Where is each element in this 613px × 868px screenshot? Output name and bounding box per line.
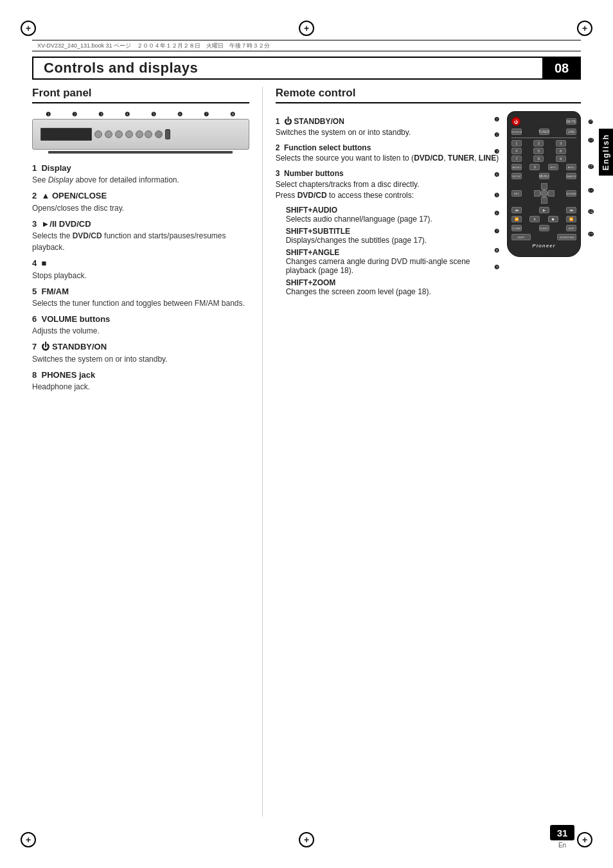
rc-item-1: 1 ⏻ STANDBY/ON Switches the system on or… <box>276 116 501 138</box>
num-angle[interactable]: ANGL <box>566 164 576 170</box>
remote-row-bottom1: CLEAR SLEEP DISP <box>511 225 576 231</box>
header-strip: XV-DV232_240_131.book 31 ページ ２００４年１２月２８日… <box>32 40 581 51</box>
reg-mark-bm <box>299 832 314 847</box>
dpad-up[interactable] <box>541 183 547 190</box>
fwd-btn[interactable]: ⏩ <box>566 216 576 222</box>
panel-fmam-btn <box>125 130 133 138</box>
remote-row-2: DVD/CD TUNER LINE <box>511 128 576 135</box>
front-panel-section: Front panel ❶ ❷ ❸ ❹ ❺ ❻ ❼ ❽ <box>32 87 263 817</box>
remote-left-callouts: ❶ ❷ ❸ ❹ ❺ ❻ ❼ <box>494 116 499 270</box>
callout-14: ⓮ <box>588 206 594 216</box>
num-subtitle[interactable]: SBTL <box>548 164 558 170</box>
dpad-enter[interactable] <box>540 190 548 197</box>
pioneer-logo: Pioneer <box>511 243 576 249</box>
sound-btn[interactable]: SOUND <box>566 190 576 197</box>
shift-btn[interactable]: SHIFT <box>511 234 531 240</box>
reg-mark-tr <box>577 21 592 36</box>
panel-num-7: ❼ <box>204 111 209 118</box>
front-panel-diagram: ❶ ❷ ❸ ❹ ❺ ❻ ❼ ❽ <box>32 111 249 154</box>
num-7[interactable]: 7 <box>511 155 522 162</box>
num-3[interactable]: 3 <box>556 140 566 146</box>
num-5[interactable]: 5 <box>533 148 544 154</box>
rc-sub-item-shift-angle: SHIFT+ANGLE Changes camera angle during … <box>286 248 501 275</box>
return-btn[interactable]: RET <box>511 190 522 197</box>
remote-row-menu: SETUP MENU BANDS <box>511 173 576 179</box>
page-number: 31 <box>550 825 574 840</box>
callout-9: ❾ <box>494 264 499 270</box>
display-btn[interactable]: DISP <box>566 225 576 231</box>
header-text: XV-DV232_240_131.book 31 ページ ２００４年１２月２８日… <box>37 42 270 50</box>
panel-num-4: ❹ <box>125 111 130 118</box>
panel-standby-btn <box>155 130 163 138</box>
fp-item-6: 6 VOLUME buttons Adjusts the volume. <box>32 314 249 337</box>
num-1[interactable]: 1 <box>511 140 522 146</box>
clear-btn[interactable]: CLEAR <box>511 225 522 231</box>
vol-down-btn <box>136 130 143 138</box>
callout-6: ❻ <box>494 210 499 217</box>
page-footer: 31 En <box>550 825 574 849</box>
mute-btn[interactable]: MUTE <box>566 118 576 125</box>
reg-mark-tl <box>21 21 36 36</box>
num-6[interactable]: 6 <box>556 148 566 154</box>
chapter-title-box: Controls and displays <box>32 57 542 80</box>
num-9[interactable]: 9 <box>556 155 566 162</box>
transport-row-2: ⏪ ⏸ ⏹ ⏩ <box>511 216 576 222</box>
standby-btn[interactable]: ⏻ <box>511 117 520 126</box>
menu-btn[interactable]: MENU <box>539 173 549 179</box>
fp-item-4: 4 ■ Stops playback. <box>32 258 249 281</box>
callout-15: ⓯ <box>588 229 594 238</box>
dpad-right[interactable] <box>548 190 555 197</box>
next-btn[interactable]: ⏭ <box>566 207 576 213</box>
callout-11: ⓫ <box>588 135 594 145</box>
fp-item-2: 2 ▲ OPEN/CLOSE Opens/closes the disc tra… <box>32 190 249 213</box>
panel-play-btn <box>105 130 112 138</box>
remote-row-bottom2: SHIFT SURROUND <box>511 234 576 240</box>
panel-body <box>32 119 249 150</box>
callout-12: ⓬ <box>588 161 594 171</box>
remote-body: ⏻ MUTE DVD/CD TUNER LINE 1 2 <box>507 111 581 257</box>
setup-btn[interactable]: SETUP <box>511 173 522 179</box>
reg-mark-bl <box>21 832 36 847</box>
dpad-down[interactable] <box>541 197 547 204</box>
line-btn[interactable]: LINE <box>566 128 576 135</box>
chapter-bar: Controls and displays 08 <box>32 57 581 80</box>
fp-item-1: 1 Display See Display above for detailed… <box>32 163 249 186</box>
callout-13: ⓭ <box>588 185 594 195</box>
rew-btn[interactable]: ⏪ <box>511 216 522 222</box>
tuner-btn[interactable]: TUNER <box>539 128 549 135</box>
stop-btn[interactable]: ⏹ <box>548 216 558 222</box>
reg-mark-tm <box>299 21 314 36</box>
remote-row-1: ⏻ MUTE <box>511 117 576 126</box>
num-pad-top: 1 2 3 4 5 6 7 8 9 <box>511 140 576 162</box>
bands-btn[interactable]: BANDS <box>566 173 576 179</box>
panel-num-1: ❶ <box>46 111 51 118</box>
callout-1: ❶ <box>494 116 499 123</box>
pause-btn[interactable]: ⏸ <box>529 216 540 222</box>
callout-8: ❽ <box>494 247 499 254</box>
d-pad <box>534 183 555 204</box>
chapter-title: Controls and displays <box>44 60 198 76</box>
panel-open-close-btn <box>94 130 102 138</box>
callout-4: ❹ <box>494 172 499 178</box>
num-audio[interactable]: AUDIO <box>511 164 522 170</box>
dpad-row: RET SOUND <box>511 182 576 205</box>
surround-btn[interactable]: SURROUND <box>557 234 576 240</box>
num-2[interactable]: 2 <box>533 140 544 146</box>
num-0[interactable]: 0 <box>529 164 540 170</box>
num-8[interactable]: 8 <box>533 155 544 162</box>
transport-row-1: ⏮ ▶ ⏭ <box>511 207 576 213</box>
panel-num-8: ❽ <box>230 111 235 118</box>
panel-stop-btn <box>115 130 123 138</box>
dvdcd-btn[interactable]: DVD/CD <box>511 128 522 135</box>
prev-btn[interactable]: ⏮ <box>511 207 522 213</box>
fp-items-list: 1 Display See Display above for detailed… <box>32 163 249 393</box>
num-4[interactable]: 4 <box>511 148 522 154</box>
play-btn[interactable]: ▶ <box>539 207 549 213</box>
english-tab: English <box>599 128 613 175</box>
dpad-left[interactable] <box>534 190 540 197</box>
rc-sub-item-shift-subtitle: SHIFT+SUBTITLE Displays/changes the subt… <box>286 227 501 245</box>
fp-item-7: 7 ⏻ STANDBY/ON Switches the system on or… <box>32 341 249 364</box>
sleep-btn[interactable]: SLEEP <box>539 225 549 231</box>
fp-item-3: 3 ►/II DVD/CD Selects the DVD/CD functio… <box>32 218 249 254</box>
disc-slot <box>48 151 233 154</box>
